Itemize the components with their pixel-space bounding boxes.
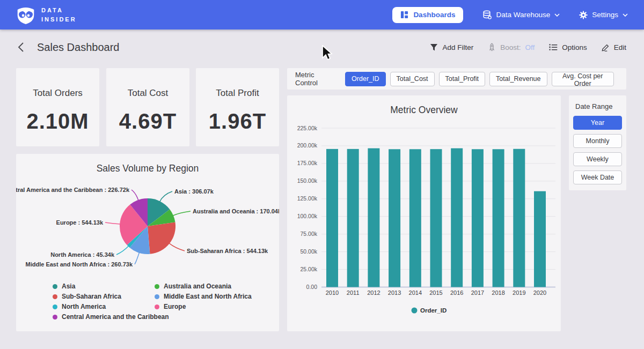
legend-label: Middle East and North Africa [164,293,252,300]
legend-item-europe[interactable]: Europe [155,303,257,310]
legend-label: Australia and Oceania [164,283,231,290]
x-tick-label: 2014 [409,289,422,296]
bar-2016[interactable] [451,148,463,287]
y-tick-label: 25.00k [300,266,317,272]
x-tick-label: 2019 [513,289,525,296]
bar-2013[interactable] [389,149,400,287]
metric-option-avg-cost-per-order[interactable]: Avg. Cost per Order [552,72,614,86]
pie-label-line [169,243,185,251]
options-button[interactable]: Options [549,43,587,51]
top-navbar: DATA INSIDER Dashboards Data Warehouse [0,0,644,29]
header-actions: Add Filter Boost: Off Options [430,43,626,51]
dashboards-button[interactable]: Dashboards [392,7,463,23]
x-tick-label: 2012 [367,289,380,296]
x-tick-label: 2020 [533,289,546,296]
legend-dot [155,294,159,299]
navbar-menu: Dashboards Data Warehouse [392,7,628,23]
brand-line2: INSIDER [41,15,77,24]
bar-chart[interactable]: 0.0025.00k50.00k75.00k100.00k125.00k150.… [287,116,561,326]
chevron-left-icon [18,42,24,53]
y-tick-label: 125.00k [297,195,318,202]
bar-2011[interactable] [347,149,359,287]
bar-2014[interactable] [409,149,421,287]
kpi-value: 1.96T [196,109,279,133]
sales-volume-by-region-card: Sales Volume by Region Asia : 306.07kAus… [16,154,279,331]
bar-2010[interactable] [326,149,338,287]
kpi-card-total-cost: Total Cost 4.69T [106,68,189,146]
pie-label-line [131,190,138,201]
settings-menu[interactable]: Settings [579,11,628,19]
pie-label-line [160,191,172,202]
brand-logo: DATA INSIDER [16,5,77,25]
pie-slice-label: Central America and the Caribbean : 226.… [16,187,130,193]
back-button[interactable] [18,42,24,53]
pie-chart-title: Sales Volume by Region [16,163,279,174]
pie-legend: AsiaSub-Saharan AfricaNorth AmericaCentr… [16,283,279,323]
bar-2020[interactable] [534,191,546,287]
legend-dot [155,305,159,309]
add-filter-label: Add Filter [442,43,473,51]
date-range-option-weekly[interactable]: Weekly [573,152,622,166]
pie-legend-column: Australia and OceaniaMiddle East and Nor… [155,283,257,323]
brand-name: DATA INSIDER [41,6,77,24]
metric-control-bar: Metric Control Order_IDTotal_CostTotal_P… [287,68,626,90]
legend-label: Central America and the Caribbean [62,313,169,321]
pie-slice-label: Asia : 306.07k [174,188,214,195]
pencil-icon [602,43,610,51]
metric-option-total-cost[interactable]: Total_Cost [390,72,435,86]
kpi-label: Total Profit [196,88,279,99]
bar-2017[interactable] [472,149,484,287]
data-warehouse-menu[interactable]: Data Warehouse [482,10,560,19]
boost-label: Boost: [500,43,521,51]
pie-chart[interactable]: Asia : 306.07kAustralia and Oceania : 17… [16,174,279,281]
options-label: Options [562,43,587,51]
metric-option-order-id[interactable]: Order_ID [345,72,385,86]
pie-label-line [135,253,140,264]
metric-option-total-profit[interactable]: Total_Profit [439,72,486,86]
y-tick-label: 75.00k [300,231,317,237]
boost-toggle[interactable]: Boost: Off [488,43,535,51]
pie-legend-column: AsiaSub-Saharan AfricaNorth AmericaCentr… [53,283,155,323]
legend-item-central-america-and-the-caribbean[interactable]: Central America and the Caribbean [53,313,155,321]
kpi-card-total-orders: Total Orders 2.10M [16,68,99,146]
pie-label-line [173,211,191,216]
legend-item-north-america[interactable]: North America [53,303,155,310]
bar-2015[interactable] [430,149,442,287]
legend-label: Asia [62,283,75,290]
bar-2012[interactable] [368,148,379,287]
date-range-buttons: YearMonthlyWeeklyWeek Date [573,116,622,184]
date-range-option-week-date[interactable]: Week Date [573,170,622,184]
pie-slice-sub-saharan-africa[interactable] [148,222,175,254]
legend-item-asia[interactable]: Asia [53,283,155,290]
legend-dot [53,315,57,320]
legend-dot [53,305,57,309]
edit-button[interactable]: Edit [602,43,626,51]
boost-value: Off [525,43,535,51]
y-tick-label: 175.00k [297,160,318,166]
y-tick-label: 225.00k [297,125,318,131]
x-tick-label: 2017 [471,289,484,296]
legend-label: Sub-Saharan Africa [62,293,121,300]
bar-chart-title: Metric Overview [287,105,561,116]
metric-option-total-revenue[interactable]: Total_Revenue [489,72,547,86]
kpi-value: 2.10M [16,109,99,133]
y-tick-label: 50.00k [300,248,317,255]
bar-2019[interactable] [513,149,525,287]
database-icon [482,10,492,19]
date-range-option-monthly[interactable]: Monthly [573,134,622,148]
brand-line1: DATA [41,6,77,15]
metric-overview-card: Metric Overview 0.0025.00k50.00k75.00k10… [287,95,561,331]
owl-logo-icon [16,5,35,25]
legend-item-australia-and-oceania[interactable]: Australia and Oceania [155,283,257,290]
y-tick-label: 150.00k [297,177,318,184]
add-filter-button[interactable]: Add Filter [430,43,473,51]
bar-legend-label[interactable]: Order_ID [420,307,447,314]
bar-2018[interactable] [493,149,504,287]
legend-dot [53,294,57,299]
legend-item-sub-saharan-africa[interactable]: Sub-Saharan Africa [53,293,155,300]
pie-slice-label: Middle East and North Africa : 260.73k [26,261,133,268]
bar-legend-dot [412,308,418,314]
date-range-option-year[interactable]: Year [573,116,622,130]
pie-slice-label: North America : 45.34k [50,251,115,258]
legend-item-middle-east-and-north-africa[interactable]: Middle East and North Africa [155,293,257,300]
